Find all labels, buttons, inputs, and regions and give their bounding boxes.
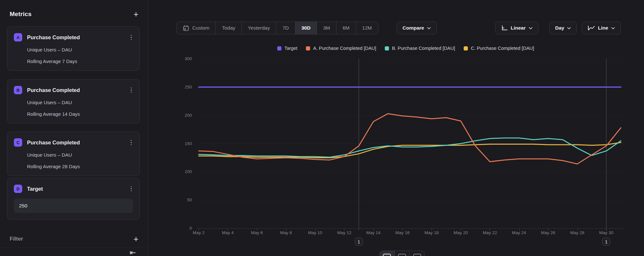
x-axis-tick xyxy=(490,228,490,231)
x-axis-label: May 30 xyxy=(593,230,620,235)
legend-swatch xyxy=(385,46,389,50)
chart-legend: TargetA. Purchase Completed [DAU]B. Purc… xyxy=(180,46,631,51)
metrics-title: Metrics xyxy=(10,11,32,18)
target-value-input[interactable] xyxy=(14,199,133,213)
more-options-icon[interactable] xyxy=(129,139,133,147)
metrics-header: Metrics + xyxy=(10,9,139,19)
y-axis-label: 200 xyxy=(175,113,192,118)
range-label: 30D xyxy=(301,25,310,31)
chart-card-icon xyxy=(413,254,421,256)
date-range-control: CustomTodayYesterday7D30D3M6M12M xyxy=(176,22,378,34)
collapse-sidebar-icon[interactable]: ⇤ xyxy=(130,248,136,256)
interval-label: Day xyxy=(555,25,564,31)
scale-label: Linear xyxy=(511,25,526,31)
legend-swatch xyxy=(464,46,468,50)
annotation-badge[interactable]: 1 xyxy=(602,238,610,246)
legend-label: Target xyxy=(284,46,297,51)
range-3m[interactable]: 3M xyxy=(317,22,336,34)
chart-card-icon-button[interactable] xyxy=(410,251,424,256)
range-label: Today xyxy=(222,25,235,31)
x-axis-tick xyxy=(315,228,316,231)
legend-item[interactable]: Target xyxy=(277,46,297,51)
more-options-icon[interactable] xyxy=(129,185,133,193)
x-axis-label: May 12 xyxy=(331,230,358,235)
x-axis-label: May 6 xyxy=(243,230,270,235)
x-axis-label: May 8 xyxy=(272,230,299,235)
metric-card-c: C Purchase Completed Unique Users – DAU … xyxy=(7,132,140,176)
x-axis-tick xyxy=(374,228,374,231)
x-axis-tick xyxy=(228,228,228,231)
metric-measure: Unique Users – DAU xyxy=(27,152,133,158)
range-label: 12M xyxy=(362,25,372,31)
x-axis-label: May 18 xyxy=(418,230,445,235)
x-axis-tick xyxy=(461,228,461,231)
metric-measure: Unique Users – DAU xyxy=(27,100,133,105)
range-label: Custom xyxy=(192,25,209,31)
legend-item[interactable]: B. Purchase Completed [DAU] xyxy=(385,46,455,51)
x-axis-tick xyxy=(577,228,578,231)
legend-item[interactable]: A. Purchase Completed [DAU] xyxy=(306,46,376,51)
x-axis-label: May 20 xyxy=(447,230,474,235)
x-axis-tick xyxy=(402,228,403,231)
metric-measure: Unique Users – DAU xyxy=(27,47,133,52)
legend-label: C. Purchase Completed [DAU] xyxy=(471,46,534,51)
x-axis-tick xyxy=(344,228,345,231)
metric-badge: B xyxy=(14,86,22,94)
range-30d[interactable]: 30D xyxy=(295,22,317,34)
metric-title: Purchase Completed xyxy=(27,140,129,146)
metric-transform: Rolling Average 28 Days xyxy=(27,164,133,169)
range-12m[interactable]: 12M xyxy=(356,22,378,34)
range-custom[interactable]: Custom xyxy=(177,22,216,34)
x-axis-label: May 2 xyxy=(185,230,212,235)
interval-selector-button[interactable]: Day xyxy=(549,22,577,34)
compare-button[interactable]: Compare xyxy=(397,22,437,34)
chart-card-icon xyxy=(383,254,391,256)
add-metric-button[interactable]: + xyxy=(133,10,139,18)
range-today[interactable]: Today xyxy=(216,22,242,34)
metric-card-a: A Purchase Completed Unique Users – DAU … xyxy=(7,26,140,71)
x-axis-label: May 28 xyxy=(564,230,591,235)
metric-transform: Rolling Average 7 Days xyxy=(27,59,133,64)
line-chart[interactable] xyxy=(197,59,625,230)
x-axis-tick xyxy=(431,228,432,231)
chevron-down-icon xyxy=(529,27,533,30)
range-label: Yesterday xyxy=(248,25,270,31)
more-options-icon[interactable] xyxy=(129,33,133,41)
x-axis-tick xyxy=(199,228,199,231)
x-axis-label: May 24 xyxy=(506,230,533,235)
metric-badge: D xyxy=(14,185,22,193)
scale-selector-button[interactable]: Linear xyxy=(495,22,538,34)
y-axis-label: 50 xyxy=(175,197,192,202)
sidebar-divider xyxy=(0,248,148,248)
legend-item[interactable]: C. Purchase Completed [DAU] xyxy=(464,46,534,51)
metric-card-b: B Purchase Completed Unique Users – DAU … xyxy=(7,79,140,123)
range-label: 7D xyxy=(282,25,289,31)
range-6m[interactable]: 6M xyxy=(336,22,356,34)
y-axis-label: 250 xyxy=(175,85,192,89)
metric-badge: A xyxy=(14,33,22,41)
range-7d[interactable]: 7D xyxy=(276,22,295,34)
chevron-down-icon xyxy=(427,27,431,30)
x-axis-tick xyxy=(606,228,607,231)
legend-label: A. Purchase Completed [DAU] xyxy=(313,46,376,51)
chart-view-toggle xyxy=(379,251,425,256)
metric-badge: C xyxy=(14,138,22,147)
y-axis-label: 300 xyxy=(175,56,192,61)
filter-title: Filter xyxy=(10,236,23,242)
chart-card-icon-button[interactable] xyxy=(395,251,410,256)
line-chart-icon xyxy=(588,25,595,31)
range-yesterday[interactable]: Yesterday xyxy=(242,22,276,34)
more-options-icon[interactable] xyxy=(129,86,133,94)
metrics-dashboard: Metrics + A Purchase Completed Unique Us… xyxy=(0,0,644,256)
legend-label: B. Purchase Completed [DAU] xyxy=(392,46,455,51)
annotation-badge[interactable]: 1 xyxy=(355,238,363,246)
x-axis-label: May 26 xyxy=(535,230,562,235)
x-axis-label: May 22 xyxy=(476,230,503,235)
chevron-down-icon xyxy=(567,27,571,30)
add-filter-button[interactable]: + xyxy=(133,235,139,243)
chart-card-icon-button[interactable] xyxy=(380,251,395,256)
filter-section: Filter + xyxy=(10,233,139,244)
target-card: D Target xyxy=(7,178,140,220)
chart-type-selector-button[interactable]: Line xyxy=(582,22,621,34)
axis-scale-icon xyxy=(501,25,508,31)
